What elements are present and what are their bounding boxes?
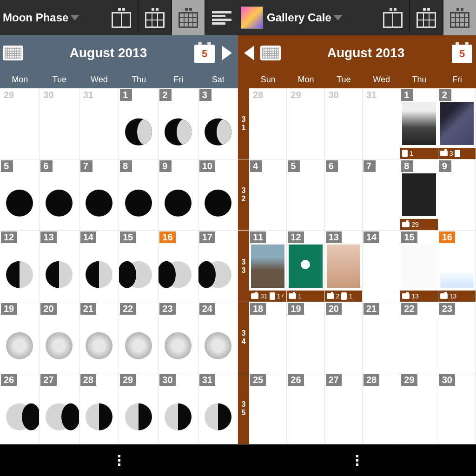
day-cell[interactable]: 19 (287, 302, 324, 373)
day-cell[interactable]: 22 (400, 302, 438, 373)
day-cell[interactable]: 18 (249, 302, 287, 373)
day-cell[interactable]: 4 (249, 159, 287, 230)
day-cell[interactable]: 28 (363, 373, 400, 444)
day-number: 30 (159, 374, 175, 386)
day-cell[interactable]: 14 (79, 231, 119, 301)
day-number: 24 (199, 303, 215, 315)
day-cell[interactable]: 20 (325, 302, 363, 373)
dropdown-icon (333, 15, 343, 20)
day-cell[interactable]: 7 (363, 159, 400, 230)
view-switcher (105, 0, 238, 35)
day-number: 27 (40, 374, 56, 386)
week-number: 31 (238, 88, 249, 159)
view-btn-1[interactable] (377, 0, 409, 35)
month-title[interactable]: August 2013 (26, 46, 191, 60)
day-number: 30 (326, 89, 342, 101)
day-cell[interactable]: 6 (40, 159, 79, 230)
day-cell[interactable]: 1613 (438, 231, 476, 301)
day-number: 6 (326, 160, 338, 172)
day-cell[interactable]: 17 (198, 231, 238, 301)
day-cell[interactable]: 8 (119, 159, 159, 230)
day-cell[interactable]: 28 (79, 373, 119, 444)
day-cell[interactable]: 10 (198, 159, 238, 230)
next-month-button[interactable] (218, 41, 235, 65)
day-cell[interactable]: 7 (79, 159, 119, 230)
day-cell[interactable]: 21 (363, 302, 400, 373)
day-number: 11 (250, 231, 266, 243)
today-button[interactable]: 5 (193, 42, 216, 64)
day-cell[interactable]: 1513 (400, 231, 438, 301)
moon-phase-icon (86, 403, 112, 430)
view-btn-month[interactable] (172, 0, 205, 35)
day-cell[interactable]: 21 (79, 302, 119, 373)
day-cell[interactable]: 9 (159, 159, 198, 230)
day-cell[interactable]: 20 (40, 302, 79, 373)
day-cell[interactable]: 30 (438, 373, 476, 444)
day-cell[interactable]: 13 (40, 231, 79, 301)
day-number: 21 (364, 303, 379, 315)
moon-phase-icon (6, 190, 33, 217)
phone-icon (341, 292, 347, 300)
day-cell[interactable]: 19 (0, 302, 40, 373)
day-cell[interactable]: 25 (249, 373, 287, 444)
moon-phase-icon (165, 403, 192, 430)
day-cell[interactable]: 31 (198, 373, 238, 444)
day-cell[interactable]: 27 (40, 373, 79, 444)
day-cell[interactable]: 6 (325, 159, 363, 230)
day-cell[interactable]: 22 (119, 302, 159, 373)
day-cell[interactable]: 29 (400, 373, 438, 444)
day-cell[interactable]: 23 (159, 302, 198, 373)
menu-button[interactable] (118, 455, 120, 466)
keyboard-icon[interactable] (260, 46, 281, 60)
day-number: 18 (250, 303, 266, 315)
day-cell[interactable]: 28 (249, 88, 287, 159)
day-cell[interactable]: 29 (287, 88, 324, 159)
view-btn-list[interactable] (205, 0, 238, 35)
day-cell[interactable]: 23 (438, 88, 476, 159)
app-title-dropdown[interactable]: Gallery Cale (238, 5, 345, 31)
day-cell[interactable]: 5 (287, 159, 324, 230)
day-cell[interactable]: 23 (438, 302, 476, 373)
today-button[interactable]: 5 (451, 42, 473, 64)
prev-month-button[interactable] (241, 41, 258, 65)
day-cell[interactable]: 26 (287, 373, 324, 444)
day-cell[interactable]: 2 (159, 88, 198, 159)
day-cell[interactable]: 31 (363, 88, 400, 159)
day-cell[interactable]: 24 (198, 302, 238, 373)
day-cell[interactable]: 31 (79, 88, 119, 159)
day-cell[interactable]: 30 (40, 88, 79, 159)
day-cell[interactable]: 1 (119, 88, 159, 159)
top-bar: Gallery Cale (238, 0, 476, 35)
keyboard-icon[interactable] (3, 46, 23, 60)
day-cell[interactable]: 16 (159, 231, 198, 301)
view-btn-month[interactable] (443, 0, 476, 35)
day-cell[interactable]: 14 (363, 231, 400, 301)
day-cell[interactable]: 15 (119, 231, 159, 301)
day-cell[interactable]: 3 (198, 88, 238, 159)
day-number: 21 (80, 303, 96, 315)
dayname: Wed (363, 71, 400, 88)
day-cell[interactable]: 27 (325, 373, 363, 444)
month-title[interactable]: August 2013 (284, 46, 448, 60)
moon-phase-icon (6, 261, 33, 288)
day-cell[interactable]: 1321 (325, 231, 363, 301)
day-cell[interactable]: 12 (0, 231, 40, 301)
day-cell[interactable]: 30 (159, 373, 198, 444)
view-btn-2[interactable] (139, 0, 171, 35)
view-btn-1[interactable] (105, 0, 138, 35)
day-cell[interactable]: 26 (0, 373, 40, 444)
view-btn-2[interactable] (410, 0, 443, 35)
day-cell[interactable]: 9 (438, 159, 476, 230)
day-cell[interactable]: 113117 (249, 231, 287, 301)
gallery-app-icon (241, 7, 263, 29)
day-cell[interactable]: 829 (400, 159, 438, 230)
day-cell[interactable]: 30 (325, 88, 363, 159)
app-title-dropdown[interactable]: Moon Phase (0, 9, 82, 26)
day-cell[interactable]: 29 (119, 373, 159, 444)
bottom-bar (0, 444, 238, 476)
day-cell[interactable]: 11 (400, 88, 438, 159)
day-cell[interactable]: 5 (0, 159, 40, 230)
menu-button[interactable] (356, 455, 358, 466)
day-cell[interactable]: 121 (287, 231, 324, 301)
day-cell[interactable]: 29 (0, 88, 40, 159)
